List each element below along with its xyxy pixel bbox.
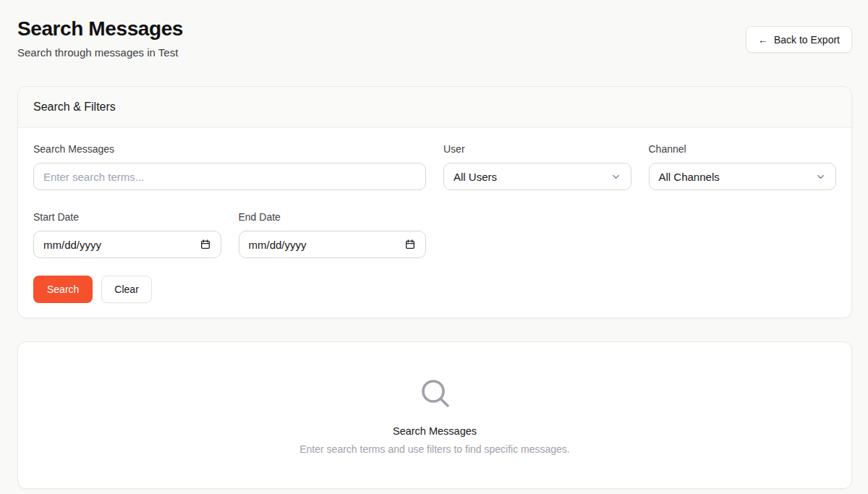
search-field-label: Search Messages (33, 142, 426, 156)
channel-select[interactable]: All Channels (649, 163, 837, 190)
clear-button[interactable]: Clear (101, 276, 151, 303)
empty-state-title: Search Messages (393, 424, 477, 438)
search-field: Search Messages (33, 142, 426, 190)
filter-actions: Search Clear (33, 276, 836, 303)
end-date-field: End Date mm/dd/yyyy (239, 210, 427, 258)
search-filters-card-header: Search & Filters (18, 87, 851, 128)
start-date-input[interactable]: mm/dd/yyyy (33, 231, 221, 258)
search-icon (417, 375, 452, 413)
empty-state-description: Enter search terms and use filters to fi… (299, 442, 570, 456)
channel-select-value: All Channels (659, 171, 720, 183)
page-header: Search Messages Search through messages … (17, 17, 852, 60)
start-date-field: Start Date mm/dd/yyyy (33, 210, 221, 258)
search-button[interactable]: Search (33, 276, 93, 303)
search-filters-title: Search & Filters (33, 101, 116, 113)
search-filters-card-body: Search Messages User All Users Channel (18, 128, 851, 318)
calendar-icon[interactable] (200, 239, 211, 250)
user-select-value: All Users (454, 171, 497, 183)
chevron-down-icon (610, 171, 621, 182)
start-date-value: mm/dd/yyyy (43, 239, 101, 251)
back-to-export-button[interactable]: ← Back to Export (746, 26, 852, 53)
start-date-label: Start Date (33, 210, 221, 223)
user-field-label: User (443, 142, 631, 156)
page-subtitle: Search through messages in Test (17, 46, 183, 60)
empty-state: Search Messages Enter search terms and u… (18, 342, 851, 488)
results-card: Search Messages Enter search terms and u… (17, 341, 852, 489)
search-input[interactable] (33, 163, 426, 190)
channel-field: Channel All Channels (649, 142, 837, 190)
calendar-icon[interactable] (404, 239, 416, 250)
search-filters-card: Search & Filters Search Messages User Al… (17, 86, 852, 318)
page: Search Messages Search through messages … (0, 0, 868, 494)
end-date-value: mm/dd/yyyy (249, 239, 307, 251)
chevron-down-icon (815, 171, 826, 182)
user-field: User All Users (443, 142, 631, 190)
channel-field-label: Channel (649, 142, 837, 156)
page-title: Search Messages (17, 17, 183, 41)
back-to-export-label: Back to Export (774, 34, 840, 46)
end-date-label: End Date (239, 210, 427, 223)
page-header-text: Search Messages Search through messages … (17, 17, 183, 60)
left-arrow-icon: ← (758, 34, 768, 46)
user-select[interactable]: All Users (443, 163, 631, 190)
end-date-input[interactable]: mm/dd/yyyy (239, 231, 427, 258)
filters-grid: Search Messages User All Users Channel (33, 142, 836, 258)
